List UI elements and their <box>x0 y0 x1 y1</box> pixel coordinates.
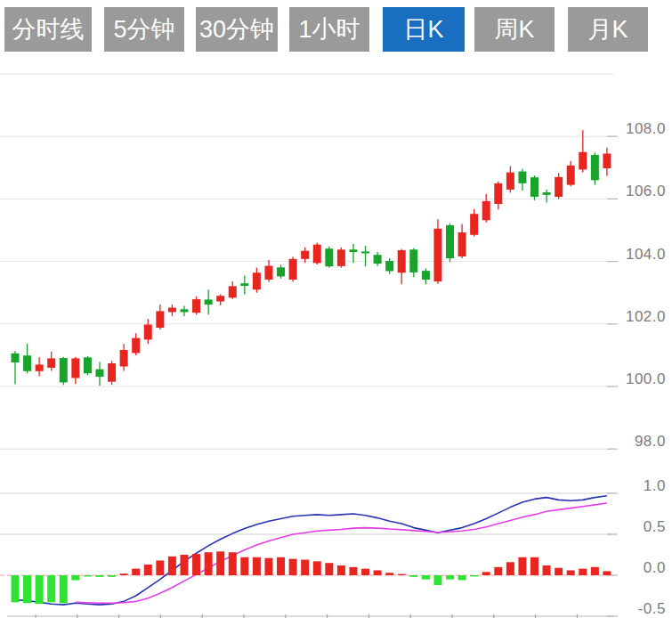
candle-body <box>108 363 116 382</box>
candle-body <box>446 225 454 258</box>
candle-body <box>313 245 321 264</box>
candle-body <box>132 338 140 354</box>
candle-body <box>240 283 248 286</box>
macd-bar <box>470 575 478 576</box>
macd-bar <box>253 557 261 575</box>
candle-body <box>301 251 309 259</box>
macd-bar <box>458 575 466 581</box>
macd-bar <box>603 571 611 575</box>
macd-bar <box>325 563 333 575</box>
candle-body <box>229 286 237 297</box>
macd-bar <box>446 575 454 580</box>
price-axis-label: 98.0 <box>635 433 666 450</box>
macd-bar <box>313 561 321 575</box>
candle-body <box>84 357 92 373</box>
macd-bar <box>337 565 345 575</box>
macd-bar <box>192 554 200 575</box>
macd-bar <box>433 575 441 585</box>
dif-line <box>15 496 607 605</box>
macd-bar <box>385 573 393 575</box>
candle-body <box>156 311 164 328</box>
candle-body <box>60 358 68 382</box>
dea-line <box>76 503 607 603</box>
candle-body <box>253 272 261 289</box>
macd-bar <box>144 565 152 575</box>
price-axis-label: 100.0 <box>626 370 666 387</box>
macd-bar <box>180 555 188 575</box>
macd-bar <box>591 567 599 575</box>
macd-axis-label: 0.5 <box>644 518 666 535</box>
macd-bar <box>205 552 213 575</box>
candles <box>12 130 611 386</box>
candle-body <box>398 250 406 272</box>
candle-body <box>95 370 103 377</box>
candle-body <box>470 214 478 235</box>
macd-bar <box>289 559 297 575</box>
candle-body <box>433 229 441 281</box>
macd-bar <box>494 567 502 575</box>
price-axis-label: 104.0 <box>626 246 666 263</box>
candle-body <box>494 183 502 204</box>
macd-axis-label: 1.0 <box>644 477 666 494</box>
candle-body <box>603 154 611 168</box>
candle-body <box>216 296 224 301</box>
candle-body <box>47 358 55 368</box>
candle-body <box>579 152 587 170</box>
candle-body <box>349 249 357 252</box>
macd-histogram <box>12 551 611 604</box>
macd-bar <box>95 575 103 577</box>
candle-body <box>591 155 599 180</box>
candle-body <box>422 271 430 280</box>
macd-bar <box>120 573 128 575</box>
candle-body <box>385 261 393 272</box>
candle-body <box>506 173 514 190</box>
candle-body <box>23 355 31 371</box>
candle-body <box>180 309 188 312</box>
macd-bar <box>374 570 382 575</box>
macd-bar <box>543 565 551 575</box>
candle-body <box>264 266 272 280</box>
macd-bar <box>240 557 248 575</box>
macd-bar <box>361 569 369 575</box>
macd-bar <box>23 575 31 603</box>
macd-bar <box>132 569 140 575</box>
macd-bar <box>518 557 526 575</box>
candle-body <box>530 177 538 197</box>
macd-bar <box>579 569 587 575</box>
candle-body <box>36 364 44 370</box>
macd-bar <box>12 575 20 602</box>
kline-app: 分时线 5分钟 30分钟 1小时 日K 周K 月K 108.0106.0104.… <box>0 0 672 618</box>
macd-bar <box>482 572 490 575</box>
candle-body <box>205 299 213 305</box>
chart-canvas[interactable]: 108.0106.0104.0102.0100.098.01.00.50.0-0… <box>0 0 672 618</box>
candle-body <box>374 255 382 264</box>
candle-body <box>518 172 526 183</box>
macd-bar <box>229 552 237 575</box>
macd-axis-label: 0.0 <box>644 559 666 576</box>
macd-bar <box>506 562 514 575</box>
candle-body <box>277 267 285 276</box>
candle-body <box>325 248 333 266</box>
macd-bar <box>409 575 417 577</box>
candle-body <box>71 358 79 378</box>
price-axis-label: 108.0 <box>626 120 666 137</box>
candle-body <box>458 232 466 256</box>
candle-body <box>289 259 297 280</box>
macd-bar <box>277 557 285 575</box>
macd-bar <box>530 557 538 575</box>
candle-body <box>361 251 369 253</box>
macd-bar <box>264 558 272 575</box>
price-axis-label: 106.0 <box>626 183 666 199</box>
macd-bar <box>156 560 164 575</box>
macd-bar <box>84 575 92 576</box>
macd-bar <box>422 575 430 580</box>
macd-bar <box>301 560 309 575</box>
macd-panel: 1.00.50.0-0.5 <box>0 477 666 618</box>
candle-body <box>144 325 152 340</box>
macd-bar <box>349 567 357 575</box>
candle-body <box>192 299 200 313</box>
macd-bar <box>398 574 406 575</box>
macd-bar <box>47 575 55 602</box>
candle-body <box>409 249 417 272</box>
macd-axis-label: -0.5 <box>638 600 666 617</box>
